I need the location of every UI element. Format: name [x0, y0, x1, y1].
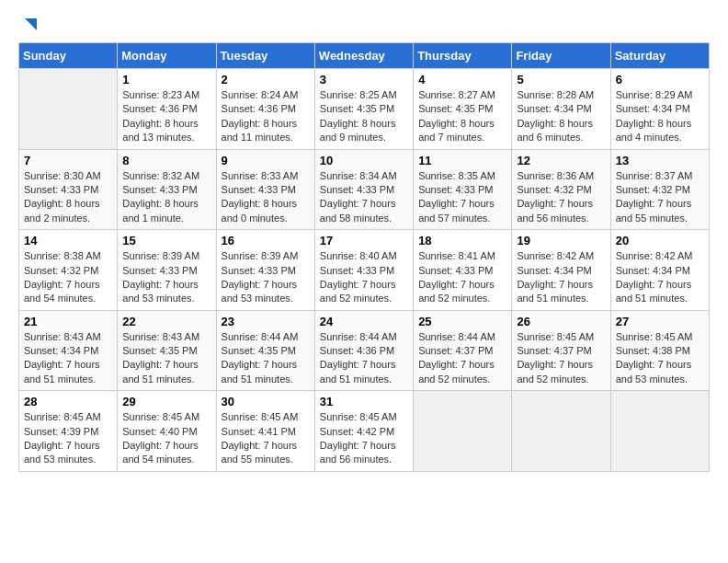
cell-content: Sunrise: 8:29 AM Sunset: 4:34 PM Dayligh…: [616, 88, 704, 145]
cell-content: Sunrise: 8:38 AM Sunset: 4:32 PM Dayligh…: [24, 249, 112, 306]
day-number: 1: [122, 73, 210, 86]
daylight-text: Daylight: 8 hours and 7 minutes.: [418, 118, 495, 143]
cell-content: Sunrise: 8:23 AM Sunset: 4:36 PM Dayligh…: [122, 88, 210, 145]
sunrise-text: Sunrise: 8:45 AM: [122, 411, 199, 422]
sunrise-text: Sunrise: 8:41 AM: [418, 250, 495, 261]
sunrise-text: Sunrise: 8:38 AM: [24, 250, 101, 261]
daylight-text: Daylight: 8 hours and 13 minutes.: [122, 118, 199, 143]
day-number: 18: [418, 234, 506, 247]
daylight-text: Daylight: 8 hours and 1 minute.: [122, 198, 199, 223]
cell-content: Sunrise: 8:44 AM Sunset: 4:35 PM Dayligh…: [222, 330, 310, 387]
daylight-text: Daylight: 8 hours and 11 minutes.: [222, 118, 298, 143]
sunrise-text: Sunrise: 8:45 AM: [517, 331, 594, 342]
col-header-sunday: Sunday: [19, 43, 118, 69]
daylight-text: Daylight: 7 hours and 52 minutes.: [418, 279, 495, 304]
cell-content: Sunrise: 8:45 AM Sunset: 4:42 PM Dayligh…: [320, 410, 408, 467]
sunset-text: Sunset: 4:39 PM: [24, 426, 98, 437]
cell-content: Sunrise: 8:41 AM Sunset: 4:33 PM Dayligh…: [418, 249, 506, 306]
sunrise-text: Sunrise: 8:32 AM: [122, 170, 199, 181]
sunrise-text: Sunrise: 8:36 AM: [517, 170, 594, 181]
sunset-text: Sunset: 4:35 PM: [320, 103, 394, 114]
sunrise-text: Sunrise: 8:33 AM: [222, 170, 299, 181]
day-number: 3: [320, 73, 408, 86]
cell-content: Sunrise: 8:36 AM Sunset: 4:32 PM Dayligh…: [517, 169, 605, 226]
sunrise-text: Sunrise: 8:39 AM: [122, 250, 199, 261]
sunrise-text: Sunrise: 8:37 AM: [616, 170, 693, 181]
calendar-cell: 28 Sunrise: 8:45 AM Sunset: 4:39 PM Dayl…: [19, 391, 118, 472]
day-number: 16: [222, 234, 310, 247]
daylight-text: Daylight: 8 hours and 0 minutes.: [222, 198, 298, 223]
calendar-week-row: 1 Sunrise: 8:23 AM Sunset: 4:36 PM Dayli…: [19, 69, 710, 150]
cell-content: Sunrise: 8:35 AM Sunset: 4:33 PM Dayligh…: [418, 169, 506, 226]
cell-content: Sunrise: 8:44 AM Sunset: 4:36 PM Dayligh…: [320, 330, 408, 387]
col-header-saturday: Saturday: [610, 43, 709, 69]
col-header-thursday: Thursday: [414, 43, 512, 69]
cell-content: Sunrise: 8:42 AM Sunset: 4:34 PM Dayligh…: [517, 249, 605, 306]
sunrise-text: Sunrise: 8:30 AM: [24, 170, 101, 181]
calendar-cell: [414, 391, 512, 472]
sunset-text: Sunset: 4:33 PM: [24, 184, 98, 195]
cell-content: Sunrise: 8:28 AM Sunset: 4:34 PM Dayligh…: [517, 88, 605, 145]
calendar-cell: 16 Sunrise: 8:39 AM Sunset: 4:33 PM Dayl…: [216, 230, 314, 311]
sunset-text: Sunset: 4:37 PM: [418, 345, 493, 356]
sunset-text: Sunset: 4:33 PM: [222, 265, 296, 276]
sunset-text: Sunset: 4:37 PM: [517, 345, 591, 356]
logo-triangle-icon: [20, 17, 37, 33]
calendar-cell: 20 Sunrise: 8:42 AM Sunset: 4:34 PM Dayl…: [610, 230, 709, 311]
daylight-text: Daylight: 7 hours and 55 minutes.: [616, 198, 692, 223]
sunrise-text: Sunrise: 8:42 AM: [517, 250, 594, 261]
daylight-text: Daylight: 7 hours and 54 minutes.: [122, 440, 199, 465]
calendar-cell: 14 Sunrise: 8:38 AM Sunset: 4:32 PM Dayl…: [19, 230, 118, 311]
sunset-text: Sunset: 4:35 PM: [222, 345, 296, 356]
sunset-text: Sunset: 4:34 PM: [517, 103, 591, 114]
cell-content: Sunrise: 8:39 AM Sunset: 4:33 PM Dayligh…: [222, 249, 310, 306]
sunrise-text: Sunrise: 8:23 AM: [122, 89, 199, 100]
sunrise-text: Sunrise: 8:42 AM: [616, 250, 693, 261]
calendar-cell: 29 Sunrise: 8:45 AM Sunset: 4:40 PM Dayl…: [118, 391, 216, 472]
day-number: 12: [517, 154, 605, 167]
sunrise-text: Sunrise: 8:45 AM: [616, 331, 693, 342]
cell-content: Sunrise: 8:27 AM Sunset: 4:35 PM Dayligh…: [418, 88, 506, 145]
sunrise-text: Sunrise: 8:45 AM: [320, 411, 397, 422]
day-number: 19: [517, 234, 605, 247]
calendar-cell: 9 Sunrise: 8:33 AM Sunset: 4:33 PM Dayli…: [216, 149, 314, 230]
day-number: 8: [122, 154, 210, 167]
sunrise-text: Sunrise: 8:35 AM: [418, 170, 495, 181]
daylight-text: Daylight: 7 hours and 52 minutes.: [320, 279, 396, 304]
sunset-text: Sunset: 4:36 PM: [320, 345, 394, 356]
daylight-text: Daylight: 8 hours and 6 minutes.: [517, 118, 593, 143]
sunrise-text: Sunrise: 8:25 AM: [320, 89, 397, 100]
col-header-monday: Monday: [118, 43, 216, 69]
day-number: 27: [616, 315, 704, 328]
day-number: 7: [24, 154, 112, 167]
daylight-text: Daylight: 7 hours and 53 minutes.: [616, 359, 692, 384]
cell-content: Sunrise: 8:43 AM Sunset: 4:35 PM Dayligh…: [122, 330, 210, 387]
day-number: 6: [616, 73, 704, 86]
calendar-cell: 22 Sunrise: 8:43 AM Sunset: 4:35 PM Dayl…: [118, 310, 216, 391]
daylight-text: Daylight: 7 hours and 51 minutes.: [24, 359, 100, 384]
cell-content: Sunrise: 8:43 AM Sunset: 4:34 PM Dayligh…: [24, 330, 112, 387]
day-number: 30: [222, 395, 310, 408]
calendar-cell: 31 Sunrise: 8:45 AM Sunset: 4:42 PM Dayl…: [314, 391, 413, 472]
col-header-wednesday: Wednesday: [314, 43, 413, 69]
day-number: 4: [418, 73, 506, 86]
calendar-cell: 8 Sunrise: 8:32 AM Sunset: 4:33 PM Dayli…: [118, 149, 216, 230]
day-number: 26: [517, 315, 605, 328]
calendar-cell: 3 Sunrise: 8:25 AM Sunset: 4:35 PM Dayli…: [314, 69, 413, 150]
cell-content: Sunrise: 8:44 AM Sunset: 4:37 PM Dayligh…: [418, 330, 506, 387]
calendar-cell: [19, 69, 118, 150]
calendar-cell: 26 Sunrise: 8:45 AM Sunset: 4:37 PM Dayl…: [512, 310, 610, 391]
calendar-cell: 11 Sunrise: 8:35 AM Sunset: 4:33 PM Dayl…: [414, 149, 512, 230]
sunset-text: Sunset: 4:35 PM: [418, 103, 493, 114]
calendar-cell: [512, 391, 610, 472]
daylight-text: Daylight: 7 hours and 52 minutes.: [418, 359, 495, 384]
calendar-cell: 12 Sunrise: 8:36 AM Sunset: 4:32 PM Dayl…: [512, 149, 610, 230]
daylight-text: Daylight: 7 hours and 53 minutes.: [24, 440, 100, 465]
day-number: 11: [418, 154, 506, 167]
sunset-text: Sunset: 4:34 PM: [24, 345, 98, 356]
calendar-cell: 5 Sunrise: 8:28 AM Sunset: 4:34 PM Dayli…: [512, 69, 610, 150]
sunset-text: Sunset: 4:32 PM: [616, 184, 690, 195]
calendar-table: SundayMondayTuesdayWednesdayThursdayFrid…: [18, 42, 710, 472]
day-number: 24: [320, 315, 408, 328]
cell-content: Sunrise: 8:33 AM Sunset: 4:33 PM Dayligh…: [222, 169, 310, 226]
